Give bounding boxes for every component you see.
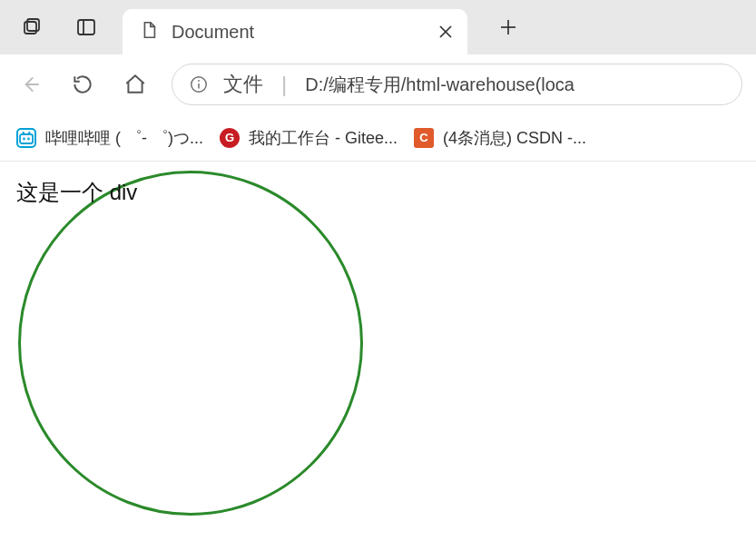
url-text: D:/编程专用/html-warehouse(loca xyxy=(305,73,574,97)
svg-rect-12 xyxy=(20,134,33,143)
browser-address-bar: 文件 | D:/编程专用/html-warehouse(loca xyxy=(0,54,756,114)
svg-point-15 xyxy=(24,138,25,139)
svg-rect-2 xyxy=(78,20,94,34)
file-icon xyxy=(139,20,159,44)
browser-tab[interactable]: Document xyxy=(123,9,467,54)
back-button[interactable] xyxy=(14,68,46,101)
home-button[interactable] xyxy=(119,68,152,101)
gitee-icon: G xyxy=(220,128,240,148)
url-separator: | xyxy=(278,72,290,97)
bookmark-label: (4条消息) CSDN -... xyxy=(443,127,586,149)
svg-rect-1 xyxy=(27,19,39,31)
site-info-icon[interactable] xyxy=(189,74,209,94)
url-field[interactable]: 文件 | D:/编程专用/html-warehouse(loca xyxy=(172,64,742,105)
page-content: 这是一个 div xyxy=(0,162,756,551)
vertical-tabs-icon[interactable] xyxy=(68,9,104,45)
csdn-icon: C xyxy=(414,128,434,148)
bookmark-label: 我的工作台 - Gitee... xyxy=(249,127,398,149)
svg-point-11 xyxy=(198,80,200,82)
bookmark-csdn[interactable]: C (4条消息) CSDN -... xyxy=(414,127,586,149)
bookmark-bilibili[interactable]: 哔哩哔哩 ( ゜- ゜)つ... xyxy=(16,127,203,149)
bookmark-label: 哔哩哔哩 ( ゜- ゜)つ... xyxy=(45,127,203,149)
demo-div-circle xyxy=(18,171,363,516)
browser-tab-bar: Document xyxy=(0,0,756,54)
new-tab-button[interactable] xyxy=(490,9,526,45)
svg-rect-0 xyxy=(25,22,36,34)
bookmarks-bar: 哔哩哔哩 ( ゜- ゜)つ... G 我的工作台 - Gitee... C (4… xyxy=(0,114,756,162)
bilibili-icon xyxy=(16,128,36,148)
svg-point-16 xyxy=(28,138,29,139)
bookmark-gitee[interactable]: G 我的工作台 - Gitee... xyxy=(220,127,398,149)
url-scheme-label: 文件 xyxy=(223,71,263,98)
refresh-button[interactable] xyxy=(66,68,99,101)
tab-title: Document xyxy=(172,22,424,43)
demo-div-text: 这是一个 div xyxy=(16,178,137,207)
collections-icon[interactable] xyxy=(14,9,50,45)
close-icon[interactable] xyxy=(437,23,455,41)
